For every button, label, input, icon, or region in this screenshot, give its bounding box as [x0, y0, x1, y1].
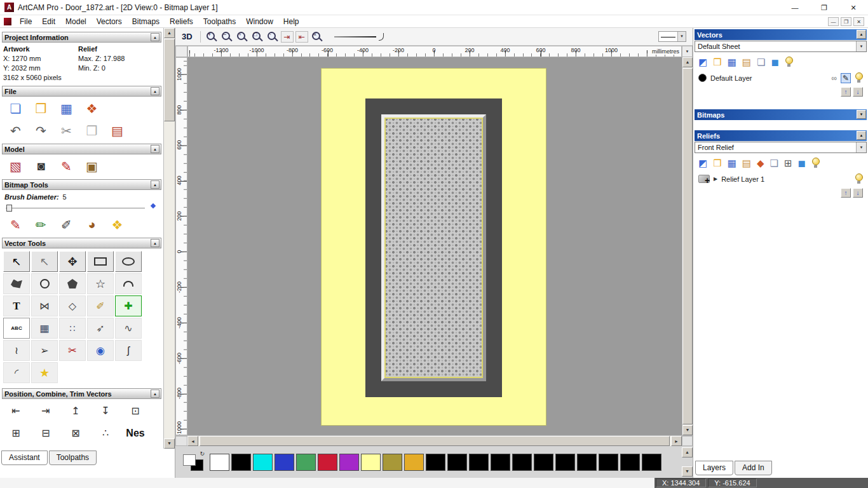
- move-layer-down-button[interactable]: ↓: [853, 87, 863, 97]
- distort-vectors-icon[interactable]: ➶: [87, 318, 114, 339]
- scroll-up-button[interactable]: [164, 28, 175, 38]
- paint-icon[interactable]: ✎: [6, 216, 25, 233]
- color-swatch-14[interactable]: [512, 454, 532, 471]
- open-relief-icon[interactable]: ❒: [713, 158, 721, 168]
- mdi-close-button[interactable]: ✕: [853, 17, 864, 26]
- flood-fill-icon[interactable]: ❖: [107, 216, 127, 233]
- color-swatch-7[interactable]: [361, 454, 381, 471]
- new-relief-icon[interactable]: ◩: [698, 158, 707, 168]
- artwork-sheet[interactable]: [321, 68, 546, 426]
- measure-icon[interactable]: ✐: [87, 295, 114, 316]
- door-pattern-panel[interactable]: [381, 114, 486, 381]
- collapse-section-button[interactable]: [151, 145, 159, 153]
- vector-sheet-select[interactable]: Default Sheet: [695, 41, 867, 52]
- create-star-icon[interactable]: ☆: [87, 273, 114, 294]
- minimize-button[interactable]: —: [780, 0, 810, 15]
- scrollbar-thumb[interactable]: [200, 436, 670, 446]
- redo-icon[interactable]: ↷: [31, 122, 51, 139]
- horizontal-scrollbar[interactable]: [175, 435, 693, 446]
- relief-select[interactable]: Front Relief: [695, 142, 867, 153]
- open-vectors-icon[interactable]: ❒: [713, 57, 721, 67]
- close-button[interactable]: ✕: [839, 0, 868, 15]
- assistant-scrollbar[interactable]: [163, 28, 175, 449]
- scatter-vectors-icon[interactable]: ∴: [98, 424, 113, 442]
- scroll-down-button[interactable]: [164, 438, 175, 449]
- brush-diameter-slider[interactable]: [4, 203, 156, 212]
- view-3d-button[interactable]: 3D: [178, 31, 196, 42]
- slider-thumb[interactable]: [6, 205, 12, 212]
- color-swatch-19[interactable]: [620, 454, 640, 471]
- paste-along-curve-icon[interactable]: ✚: [115, 295, 142, 316]
- scrollbar-thumb[interactable]: [682, 68, 693, 424]
- save-model-icon[interactable]: ▦: [57, 100, 76, 117]
- link-layer-icon[interactable]: ∞: [831, 74, 837, 83]
- expand-arrow-icon[interactable]: ▶: [714, 176, 717, 182]
- mirror-vectors-icon[interactable]: ⋈: [31, 295, 58, 316]
- trim-vectors-icon[interactable]: ✂: [59, 340, 86, 361]
- nesting-icon[interactable]: Nes: [128, 424, 143, 442]
- transfer-relief-icon[interactable]: ◆: [757, 158, 764, 168]
- delete-relief-layer-icon[interactable]: ◼: [798, 158, 806, 168]
- maximize-button[interactable]: ❐: [810, 0, 839, 15]
- select-vectors-icon[interactable]: ↖: [3, 251, 30, 272]
- scroll-up-button[interactable]: [682, 57, 693, 67]
- toggle-all-visibility-icon[interactable]: [785, 57, 793, 67]
- fit-arcs-icon[interactable]: ∿: [115, 318, 142, 339]
- vector-texture-icon[interactable]: ★: [31, 362, 58, 383]
- color-swatch-4[interactable]: [296, 454, 316, 471]
- fillet-icon[interactable]: ◜: [3, 362, 30, 383]
- color-swatch-13[interactable]: [491, 454, 510, 471]
- toggle-relief-visibility-icon[interactable]: [811, 158, 820, 168]
- color-swatch-0[interactable]: [210, 454, 229, 471]
- draw-icon[interactable]: ✐: [57, 216, 76, 233]
- paste-icon[interactable]: ▤: [107, 122, 127, 139]
- layer-visibility-icon[interactable]: [855, 72, 863, 83]
- edit-layer-icon[interactable]: ✎: [841, 73, 851, 83]
- undo-icon[interactable]: ↶: [6, 122, 25, 139]
- node-editing-icon[interactable]: ↖: [31, 251, 58, 272]
- new-vector-sheet-icon[interactable]: ◩: [698, 57, 707, 67]
- pan-right-icon[interactable]: ⇥: [281, 31, 294, 43]
- relief-layer-row[interactable]: ▶ Relief Layer 1: [693, 171, 868, 187]
- block-copy-icon[interactable]: ∷: [59, 318, 86, 339]
- chevron-down-icon[interactable]: [856, 41, 866, 51]
- color-swatch-15[interactable]: [534, 454, 553, 471]
- color-swatch-10[interactable]: [426, 454, 445, 471]
- scroll-down-button[interactable]: [682, 425, 693, 435]
- color-swatch-6[interactable]: [339, 454, 359, 471]
- color-swatch-1[interactable]: [231, 454, 251, 471]
- save-vectors-icon[interactable]: ▦: [728, 57, 736, 67]
- pan-left-icon[interactable]: ⇤: [295, 31, 308, 43]
- freehand-draw-icon[interactable]: ≀: [3, 340, 30, 361]
- new-model-icon[interactable]: ❏: [6, 100, 25, 117]
- mdi-restore-button[interactable]: ❐: [841, 17, 851, 26]
- scroll-down-button[interactable]: [682, 466, 693, 477]
- color-swatch-16[interactable]: [555, 454, 575, 471]
- wrap-text-icon[interactable]: ABC: [3, 318, 30, 339]
- extrude-vector-icon[interactable]: ◉: [87, 340, 114, 361]
- delete-vector-layer-icon[interactable]: ◼: [771, 57, 778, 67]
- create-text-icon[interactable]: T: [3, 295, 30, 316]
- align-center-icon[interactable]: ⊡: [128, 402, 143, 419]
- fit-spline-icon[interactable]: ʃ: [115, 340, 142, 361]
- color-swatch-5[interactable]: [318, 454, 337, 471]
- collapse-section-button[interactable]: [151, 239, 159, 247]
- merge-relief-icon[interactable]: ▤: [742, 158, 751, 168]
- tab-Toolpaths[interactable]: Toolpaths: [49, 451, 97, 465]
- create-ellipse-icon[interactable]: [115, 251, 142, 272]
- menu-Reliefs[interactable]: Reliefs: [165, 15, 198, 28]
- active-colors-indicator[interactable]: ↻: [182, 452, 205, 472]
- copy-icon[interactable]: ❐: [82, 122, 102, 139]
- color-swatch-3[interactable]: [275, 454, 294, 471]
- menu-Bitmaps[interactable]: Bitmaps: [127, 15, 165, 28]
- merge-vector-layers-icon[interactable]: ▤: [742, 57, 751, 67]
- color-swatch-2[interactable]: [253, 454, 273, 471]
- color-swatch-9[interactable]: [404, 454, 424, 471]
- zoom-out-icon[interactable]: −: [220, 30, 233, 43]
- zoom-window-icon[interactable]: ▫: [235, 30, 248, 43]
- menu-Vectors[interactable]: Vectors: [92, 15, 127, 28]
- new-vector-layer-icon[interactable]: ❏: [757, 57, 765, 67]
- open-model-icon[interactable]: ❒: [31, 100, 51, 117]
- color-swatch-8[interactable]: [383, 454, 402, 471]
- chevron-down-icon[interactable]: [856, 142, 866, 152]
